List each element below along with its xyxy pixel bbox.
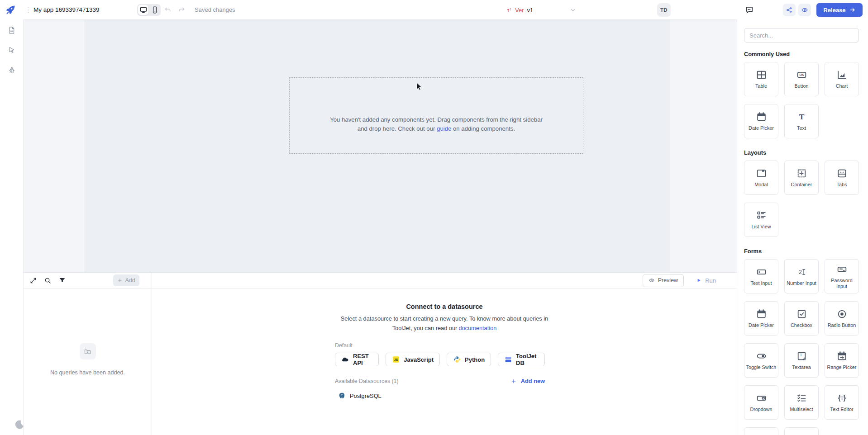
modal-icon bbox=[756, 168, 767, 179]
widget-card-range-picker[interactable]: Range Picker bbox=[825, 343, 859, 378]
filter-queries-icon[interactable] bbox=[58, 276, 67, 285]
widget-card-table[interactable]: Table bbox=[744, 62, 778, 96]
widget-card-partial[interactable] bbox=[744, 427, 778, 435]
postgresql-icon bbox=[338, 392, 346, 400]
app-title[interactable]: My app 1693397471339 bbox=[33, 0, 100, 20]
undo-button[interactable] bbox=[164, 6, 172, 14]
version-selector[interactable]: Ver v1 bbox=[506, 0, 533, 20]
datasource-label: Python bbox=[465, 356, 485, 363]
datasource-button-javascript[interactable]: JSJavaScript bbox=[386, 353, 440, 366]
widget-card-password-input[interactable]: **Password Input bbox=[825, 259, 859, 293]
guide-link[interactable]: guide bbox=[437, 125, 451, 132]
query-toolbar: Add Preview Run bbox=[24, 273, 737, 288]
multiselect-icon bbox=[796, 392, 807, 404]
inspector-icon[interactable] bbox=[7, 46, 16, 55]
datasource-label: PostgreSQL bbox=[350, 392, 382, 399]
widget-card-container[interactable]: Container bbox=[784, 161, 819, 195]
chevron-down-icon[interactable] bbox=[569, 6, 577, 14]
widget-label: Toggle Switch bbox=[746, 364, 777, 370]
query-preview-button[interactable]: Preview bbox=[643, 274, 684, 287]
widget-card-list-view[interactable]: List View bbox=[744, 203, 778, 237]
query-toolbar-left: Add bbox=[24, 273, 152, 288]
widget-card-text-editor[interactable]: TText Editor bbox=[825, 385, 859, 420]
add-query-label: Add bbox=[125, 277, 135, 284]
section-title: Forms bbox=[744, 248, 859, 255]
redo-button[interactable] bbox=[177, 6, 186, 14]
tooljet-db-icon bbox=[504, 355, 512, 364]
query-run-button[interactable]: Run bbox=[696, 277, 716, 284]
release-button[interactable]: Release bbox=[816, 3, 863, 17]
share-button[interactable] bbox=[783, 4, 796, 16]
share-icon bbox=[786, 6, 793, 14]
debugger-icon[interactable] bbox=[7, 66, 16, 75]
add-new-label: Add new bbox=[521, 378, 545, 384]
widget-card-date-picker[interactable]: Date Picker bbox=[744, 104, 778, 138]
widget-card-toggle-switch[interactable]: Toggle Switch bbox=[744, 343, 778, 378]
widget-card-text[interactable]: TText bbox=[784, 104, 819, 138]
widget-label: List View bbox=[751, 224, 771, 230]
widget-card-partial[interactable] bbox=[784, 427, 819, 435]
widget-card-checkbox[interactable]: Checkbox bbox=[784, 301, 819, 336]
desktop-layout-button[interactable] bbox=[138, 5, 148, 15]
widget-card-tabs[interactable]: Tabs bbox=[825, 161, 859, 195]
pages-icon[interactable] bbox=[7, 26, 16, 35]
widget-label: Tabs bbox=[837, 182, 847, 188]
app-canvas[interactable]: You haven't added any components yet. Dr… bbox=[84, 20, 670, 272]
widget-label: Textarea bbox=[792, 364, 811, 370]
passwordinput-icon: ** bbox=[836, 264, 848, 275]
mouse-cursor bbox=[416, 82, 423, 90]
widget-card-multiselect[interactable]: Multiselect bbox=[784, 385, 819, 420]
widget-label: Password Input bbox=[826, 278, 858, 289]
tabs-icon bbox=[836, 168, 848, 179]
comments-icon[interactable] bbox=[745, 5, 754, 14]
widget-label: Text Editor bbox=[830, 407, 853, 412]
datasource-label: JavaScript bbox=[404, 356, 434, 363]
arrow-right-icon bbox=[849, 7, 856, 13]
widget-label: Text Input bbox=[751, 280, 772, 286]
collapse-panel-icon[interactable] bbox=[29, 276, 38, 285]
widget-card-button[interactable]: OKButton bbox=[784, 62, 819, 96]
widget-card-modal[interactable]: Modal bbox=[744, 161, 778, 195]
search-queries-icon[interactable] bbox=[43, 276, 52, 285]
components-search-input[interactable] bbox=[744, 28, 859, 43]
available-datasources-label: Available Datasources (1) bbox=[335, 378, 399, 384]
empty-queries-folder-icon bbox=[80, 343, 96, 359]
widget-card-chart[interactable]: Chart bbox=[825, 62, 859, 96]
widget-card-radio-button[interactable]: Radio Button bbox=[825, 301, 859, 336]
widget-card-dropdown[interactable]: Dropdown bbox=[744, 385, 778, 420]
add-query-button[interactable]: Add bbox=[113, 274, 139, 286]
widget-card-date-picker[interactable]: Date Picker bbox=[744, 301, 778, 336]
rangepicker-icon bbox=[836, 350, 848, 362]
app-menu-kebab-icon[interactable]: ⋮ bbox=[25, 0, 32, 20]
numberinput-icon: 2 bbox=[796, 266, 807, 278]
textinput-icon bbox=[756, 266, 767, 278]
toggle-icon bbox=[756, 350, 767, 362]
add-new-datasource-button[interactable]: Add new bbox=[510, 378, 545, 384]
listview-icon bbox=[756, 210, 767, 221]
documentation-link[interactable]: documentation bbox=[458, 325, 496, 331]
user-avatar[interactable]: TD bbox=[657, 3, 671, 17]
widget-label: Modal bbox=[754, 182, 768, 188]
datasource-button-rest-api[interactable]: REST API bbox=[335, 353, 379, 366]
svg-text:**: ** bbox=[839, 267, 843, 272]
app-preview-button[interactable] bbox=[798, 4, 811, 16]
container-icon bbox=[796, 168, 807, 179]
available-datasource-postgresql[interactable]: PostgreSQL bbox=[335, 392, 545, 400]
canvas-empty-dropzone[interactable]: You haven't added any components yet. Dr… bbox=[289, 77, 583, 154]
mobile-layout-button[interactable] bbox=[149, 5, 160, 15]
tooljet-logo-icon[interactable] bbox=[5, 4, 16, 16]
widget-card-textarea[interactable]: TTextarea bbox=[784, 343, 819, 378]
widget-card-text-input[interactable]: Text Input bbox=[744, 259, 778, 293]
datasource-button-python[interactable]: Python bbox=[447, 353, 491, 366]
default-datasource-list: REST APIJSJavaScriptPythonToolJet DB bbox=[335, 353, 545, 366]
radiobutton-icon bbox=[836, 308, 848, 320]
dark-mode-toggle[interactable] bbox=[14, 419, 25, 430]
components-sidebar: Commonly UsedTableOKButtonChartDate Pick… bbox=[737, 0, 868, 435]
datasource-label: REST API bbox=[353, 353, 372, 366]
text-icon: T bbox=[796, 111, 807, 123]
datepicker-icon bbox=[756, 111, 767, 123]
datasource-subtitle-line2: ToolJet, you can read our bbox=[392, 325, 458, 331]
svg-text:T: T bbox=[800, 353, 802, 357]
widget-card-number-input[interactable]: 2Number Input bbox=[784, 259, 819, 293]
datasource-button-tooljet-db[interactable]: ToolJet DB bbox=[498, 353, 545, 366]
